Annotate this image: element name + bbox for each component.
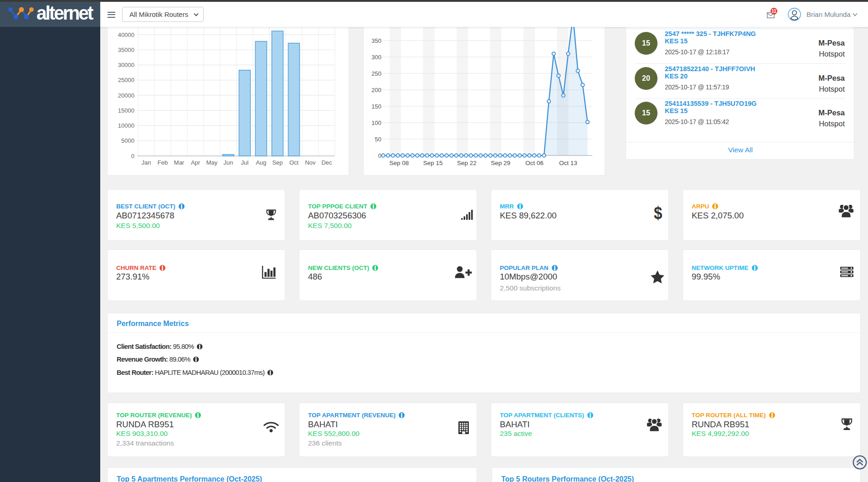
svg-text:Jun: Jun: [224, 159, 233, 166]
svg-text:350: 350: [371, 37, 381, 44]
svg-text:15000: 15000: [118, 107, 134, 114]
svg-text:Sep 08: Sep 08: [390, 160, 409, 166]
svg-text:40000: 40000: [118, 31, 134, 38]
svg-text:Sep 29: Sep 29: [491, 160, 510, 166]
svg-text:Sep 22: Sep 22: [457, 160, 477, 166]
svg-text:Oct 06: Oct 06: [525, 160, 544, 166]
svg-text:Nov: Nov: [305, 159, 316, 166]
svg-text:5000: 5000: [121, 137, 134, 144]
svg-text:10000: 10000: [118, 122, 134, 129]
svg-text:300: 300: [371, 54, 381, 61]
svg-text:Sep 15: Sep 15: [423, 160, 443, 166]
svg-text:0: 0: [131, 153, 134, 160]
svg-text:Mar: Mar: [174, 159, 185, 166]
svg-text:Oct 13: Oct 13: [559, 160, 577, 166]
svg-text:May: May: [206, 159, 218, 166]
svg-text:Apr: Apr: [191, 159, 200, 166]
svg-text:200: 200: [371, 87, 381, 93]
svg-text:25000: 25000: [118, 77, 134, 83]
svg-text:0: 0: [378, 152, 381, 159]
svg-text:Jan: Jan: [142, 159, 151, 166]
svg-text:20000: 20000: [118, 92, 134, 99]
svg-text:250: 250: [371, 70, 381, 77]
svg-text:Oct: Oct: [289, 159, 299, 166]
svg-text:50: 50: [375, 136, 381, 143]
svg-text:Jul: Jul: [241, 159, 249, 166]
svg-text:Feb: Feb: [158, 159, 168, 166]
svg-text:Dec: Dec: [321, 159, 332, 166]
svg-text:35000: 35000: [118, 47, 134, 53]
svg-text:30000: 30000: [118, 62, 134, 68]
svg-text:Sep: Sep: [272, 159, 282, 166]
svg-text:150: 150: [371, 103, 381, 110]
svg-text:100: 100: [371, 119, 381, 126]
svg-text:Aug: Aug: [256, 159, 266, 166]
